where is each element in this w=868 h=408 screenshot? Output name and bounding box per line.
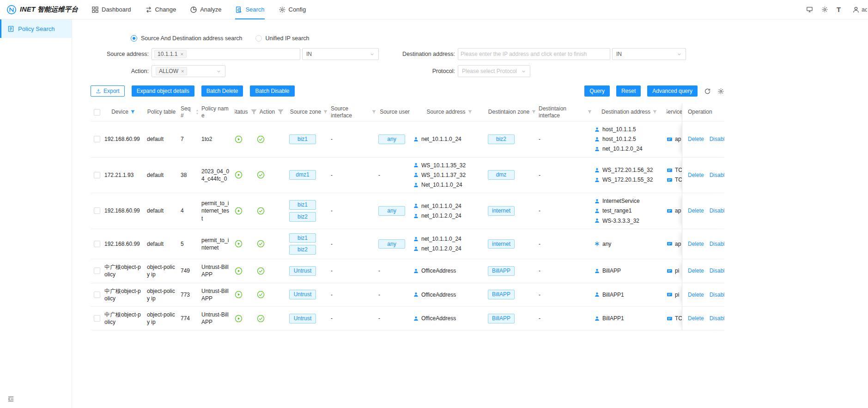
config-icon <box>279 6 286 13</box>
delete-link[interactable]: Delete <box>688 240 704 248</box>
address-item: BillAPP1 <box>594 291 624 298</box>
service-text: pi <box>675 291 679 298</box>
filter-icon[interactable] <box>531 110 536 115</box>
address-item: any <box>594 240 611 248</box>
destination-interface-cell: - <box>539 131 594 147</box>
destination-zone-tag: biz2 <box>488 134 515 144</box>
radio-unified-ip-search[interactable]: Unified IP search <box>255 35 310 42</box>
radio-source-destination-search[interactable]: Source And Destination address search <box>131 35 243 42</box>
delete-link[interactable]: Delete <box>688 171 704 179</box>
batch-delete-button[interactable]: Batch Delete <box>201 85 243 97</box>
row-checkbox-cell <box>91 237 104 251</box>
nav-analyze[interactable]: Analyze <box>190 0 221 19</box>
table-settings-gear-icon[interactable] <box>717 88 724 95</box>
table-body: 192.168.60.99default71to2biz1-anynet_10.… <box>91 122 724 330</box>
nav-search[interactable]: Search <box>235 0 264 19</box>
column-header-source-user: Source user <box>378 107 413 117</box>
disable-link[interactable]: Disable <box>710 207 724 214</box>
source-zone-tag: biz2 <box>289 245 316 255</box>
filter-icon[interactable] <box>323 110 328 115</box>
user-menu[interactable]: ad <box>852 6 867 13</box>
change-icon <box>145 6 152 13</box>
source-address-input[interactable]: 10.1.1.1 × <box>152 48 300 60</box>
delete-link[interactable]: Delete <box>688 315 704 322</box>
operation-cell: DeleteDisable <box>682 283 724 306</box>
export-button[interactable]: Export <box>91 85 125 97</box>
source-address-operator-select[interactable]: IN <box>302 48 379 60</box>
row-checkbox[interactable] <box>94 172 100 178</box>
filter-icon[interactable] <box>277 108 285 116</box>
destination-zone-tag: dmz <box>488 170 515 180</box>
seq-cell: 5 <box>181 236 201 252</box>
address-text: net_10.1.1.0_24 <box>421 235 461 243</box>
batch-disable-button[interactable]: Batch Disable <box>250 85 294 97</box>
sidebar-item-policy-search[interactable]: Policy Search <box>0 19 72 38</box>
query-button[interactable]: Query <box>584 85 610 97</box>
remove-tag-icon[interactable]: × <box>181 69 184 74</box>
service-item: ap <box>667 135 681 143</box>
service-cell: ap <box>667 236 682 252</box>
row-checkbox[interactable] <box>94 315 100 322</box>
disable-link[interactable]: Disable <box>710 240 724 248</box>
disable-link[interactable]: Disable <box>710 291 724 298</box>
destination-address-input[interactable] <box>461 51 607 57</box>
service-item: pi <box>667 291 679 298</box>
monitor-icon[interactable] <box>806 6 813 13</box>
filter-icon[interactable] <box>250 108 257 116</box>
row-checkbox[interactable] <box>94 207 100 214</box>
filter-icon[interactable] <box>587 110 592 115</box>
address-item: WS_172.20.1.56_32 <box>594 166 653 174</box>
column-header-label: Action <box>260 109 275 116</box>
source-address-cell: net_10.1.1.0_24net_10.1.2.0_24 <box>413 198 488 224</box>
expand-object-details-button[interactable]: Expand object details <box>132 85 194 97</box>
column-header-label: Service <box>667 109 682 116</box>
filter-icon[interactable] <box>371 110 376 115</box>
dashboard-icon <box>91 6 99 13</box>
nav-change[interactable]: Change <box>145 0 176 19</box>
seq-cell: 774 <box>181 311 201 326</box>
status-cell <box>235 311 257 327</box>
filter-icon[interactable] <box>467 110 473 115</box>
form-row-addresses: Source address: 10.1.1.1 × IN Destinatio… <box>91 48 868 60</box>
policy-table-cell: default <box>147 236 181 252</box>
button-label: Export <box>103 88 120 94</box>
column-header-label: Destintaion zone <box>488 109 529 116</box>
nav-config[interactable]: Config <box>279 0 306 19</box>
row-checkbox[interactable] <box>94 136 100 142</box>
remove-tag-icon[interactable]: × <box>180 52 183 57</box>
service-cell: ap <box>667 203 682 219</box>
source-interface-cell: - <box>331 203 378 219</box>
source-user-tag: any <box>378 206 405 216</box>
destination-address-operator-select[interactable]: IN <box>612 48 686 60</box>
filter-icon[interactable] <box>130 110 135 115</box>
protocol-select[interactable]: Please select Protocol <box>458 65 530 77</box>
nav-label: Change <box>155 6 176 13</box>
disable-link[interactable]: Disable <box>710 135 724 143</box>
gear-icon[interactable] <box>821 6 828 13</box>
column-header-label: Source user <box>380 109 410 116</box>
delete-link[interactable]: Delete <box>688 207 704 214</box>
reset-button[interactable]: Reset <box>616 85 641 97</box>
source-zone-tag: biz1 <box>289 134 316 144</box>
nav-dashboard[interactable]: Dashboard <box>91 0 131 19</box>
row-checkbox[interactable] <box>94 292 100 298</box>
advanced-query-button[interactable]: Advanced query <box>647 85 698 97</box>
refresh-icon[interactable] <box>704 88 711 95</box>
delete-link[interactable]: Delete <box>688 135 704 143</box>
select-all-checkbox[interactable] <box>94 109 100 116</box>
delete-link[interactable]: Delete <box>688 267 704 274</box>
disable-link[interactable]: Disable <box>710 171 724 179</box>
action-select[interactable]: ALLOW × <box>152 65 225 77</box>
delete-link[interactable]: Delete <box>688 291 704 298</box>
row-checkbox[interactable] <box>94 241 100 247</box>
font-size-icon[interactable]: T <box>837 6 844 13</box>
tag-text: ALLOW <box>159 68 178 74</box>
disable-link[interactable]: Disable <box>710 267 724 274</box>
filter-icon[interactable] <box>652 110 657 115</box>
disable-link[interactable]: Disable <box>710 315 724 322</box>
sort-icon[interactable] <box>195 109 200 116</box>
service-item: TC <box>667 315 682 322</box>
collapse-sidebar-icon[interactable] <box>0 391 72 408</box>
row-checkbox[interactable] <box>94 268 100 274</box>
radio-unselected-icon <box>255 35 262 42</box>
